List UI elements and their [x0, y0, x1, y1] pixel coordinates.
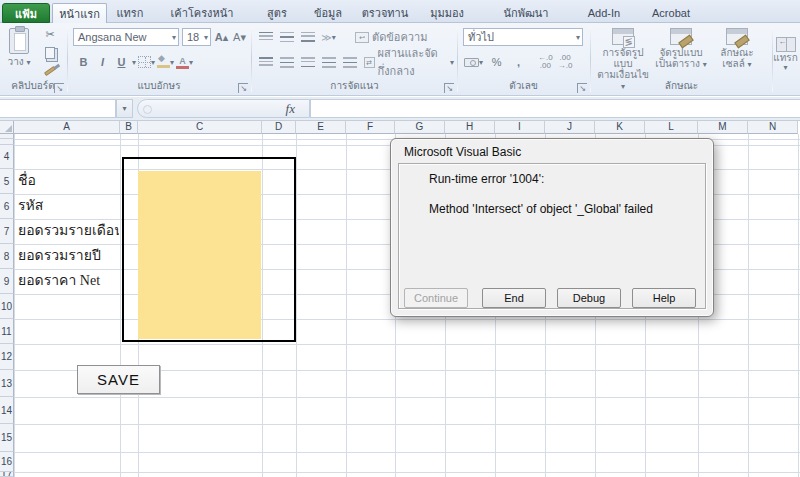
decrease-indent-button[interactable] [320, 54, 337, 71]
cell-A7[interactable]: ยอดรวมรายเดือน [14, 219, 119, 244]
merge-center-button[interactable]: ⇄ ผสานและจัดกึ่งกลาง▾ [364, 44, 454, 80]
tab-data[interactable]: ข้อมูล [303, 3, 353, 23]
row-header-7[interactable]: 7 [0, 219, 14, 244]
select-all-corner[interactable] [0, 121, 14, 134]
cell-A8[interactable]: ยอดรวมรายปี [14, 244, 119, 269]
tab-home[interactable]: หน้าแรก [52, 3, 107, 23]
underline-dropdown-icon[interactable]: ▾ [132, 58, 136, 67]
tab-developer[interactable]: นักพัฒนา [481, 3, 571, 23]
ribbon-tab-bar: แฟ้ม หน้าแรก แทรก เค้าโครงหน้ากระดาษ สูต… [0, 0, 800, 23]
cell-A5[interactable]: ชื่อ [14, 169, 119, 194]
row-header-16[interactable]: 16 [0, 452, 14, 472]
ribbon-group-font: Angsana New▾ 18▾ A▴ A▾ B I U ▾ ▾ ▾ A▾ แบ… [68, 23, 250, 95]
italic-button[interactable]: I [94, 54, 111, 71]
row-header-15[interactable]: 15 [0, 424, 14, 452]
row-header-6[interactable]: 6 [0, 194, 14, 219]
name-box-dropdown-icon[interactable]: ▾ [116, 99, 133, 118]
accounting-format-button[interactable]: ▾ [464, 54, 483, 71]
row-header-11[interactable]: 11 [0, 319, 14, 344]
tab-file[interactable]: แฟ้ม [2, 3, 50, 23]
number-dialog-launcher-icon[interactable]: ↘ [577, 83, 587, 93]
font-size-combo[interactable]: 18▾ [182, 28, 211, 46]
row-header-14[interactable]: 14 [0, 397, 14, 424]
column-header-B[interactable]: B [120, 121, 138, 134]
increase-decimal-button[interactable]: ←.0.00 [538, 54, 553, 70]
increase-indent-button[interactable] [341, 54, 358, 71]
format-painter-icon [44, 65, 56, 75]
grid-vline [346, 134, 347, 477]
row-header-10[interactable]: 10 [0, 294, 14, 319]
format-as-table-button[interactable]: จัดรูปแบบเป็นตาราง ▾ [652, 25, 710, 70]
insert-function-button[interactable]: fx [286, 101, 295, 117]
row-header-13[interactable]: 13 [0, 370, 14, 397]
column-header-J[interactable]: J [545, 121, 595, 134]
percent-style-button[interactable]: % [488, 54, 505, 71]
save-button[interactable]: SAVE [77, 365, 160, 394]
grid-hline [14, 472, 800, 473]
column-header-L[interactable]: L [645, 121, 698, 134]
shrink-font-button[interactable]: A▾ [232, 29, 247, 46]
cell-A9[interactable]: ยอดราคา Net [14, 269, 119, 294]
bold-button[interactable]: B [75, 54, 92, 71]
column-header-I[interactable]: I [495, 121, 545, 134]
fill-color-button[interactable]: ▾ [157, 54, 174, 71]
copy-button[interactable] [38, 44, 62, 61]
column-header-D[interactable]: D [262, 121, 296, 134]
format-painter-button[interactable] [38, 62, 62, 79]
tab-page-layout[interactable]: เค้าโครงหน้ากระดาษ [153, 3, 251, 23]
align-top-button[interactable] [257, 29, 274, 46]
alignment-dialog-launcher-icon[interactable]: ↘ [444, 83, 454, 93]
formula-input[interactable] [310, 99, 800, 118]
column-header-G[interactable]: G [395, 121, 445, 134]
align-center-button[interactable] [278, 54, 295, 71]
tab-insert[interactable]: แทรก [107, 3, 153, 23]
align-middle-button[interactable] [278, 29, 295, 46]
cell-A6[interactable]: รหัส [14, 194, 119, 219]
column-header-M[interactable]: M [698, 121, 748, 134]
column-header-H[interactable]: H [445, 121, 495, 134]
align-bottom-button[interactable] [299, 29, 316, 46]
row-header-17[interactable]: 17 [0, 472, 14, 477]
comma-style-button[interactable]: , [510, 54, 527, 71]
end-button[interactable]: End [482, 288, 546, 308]
tab-review[interactable]: ตรวจทาน [353, 3, 417, 23]
cell-styles-button[interactable]: ลักษณะเซลล์ ▾ [710, 25, 764, 70]
help-button[interactable]: Help [632, 288, 696, 308]
tab-acrobat[interactable]: Acrobat [637, 3, 705, 23]
orientation-button[interactable]: ≫▾ [320, 29, 337, 46]
insert-cells-button[interactable]: แทรก ▾ [773, 37, 798, 72]
column-header-K[interactable]: K [595, 121, 645, 134]
name-box[interactable] [0, 99, 116, 118]
number-format-combo[interactable]: ทั่วไป▾ [463, 28, 583, 46]
tab-formulas[interactable]: สูตร [251, 3, 303, 23]
clipboard-dialog-launcher-icon[interactable]: ↘ [54, 83, 64, 93]
row-header-9[interactable]: 9 [0, 269, 14, 294]
font-name-combo[interactable]: Angsana New▾ [73, 28, 179, 46]
align-left-button[interactable] [257, 54, 274, 71]
debug-button[interactable]: Debug [557, 288, 621, 308]
black-border-rectangle[interactable] [122, 157, 296, 342]
column-header-N[interactable]: N [748, 121, 798, 134]
row-header-4[interactable]: 4 [0, 145, 14, 169]
underline-button[interactable]: U [113, 54, 130, 71]
tab-addin[interactable]: Add-In [571, 3, 637, 23]
row-header-8[interactable]: 8 [0, 244, 14, 269]
grid-vline [296, 134, 297, 477]
excel-window: แฟ้ม หน้าแรก แทรก เค้าโครงหน้ากระดาษ สูต… [0, 0, 800, 477]
borders-button[interactable]: ▾ [138, 54, 155, 71]
align-right-button[interactable] [299, 54, 316, 71]
column-header-C[interactable]: C [138, 121, 262, 134]
column-header-A[interactable]: A [14, 121, 120, 134]
row-header-12[interactable]: 12 [0, 344, 14, 370]
cut-button[interactable]: ✂ [38, 26, 62, 43]
column-header-F[interactable]: F [346, 121, 395, 134]
font-color-button[interactable]: A▾ [176, 54, 193, 71]
font-dialog-launcher-icon[interactable]: ↘ [238, 83, 248, 93]
grow-font-button[interactable]: A▴ [214, 29, 229, 46]
tab-view[interactable]: มุมมอง [417, 3, 477, 23]
copy-icon [45, 47, 55, 59]
dialog-error-message: Method 'Intersect' of object '_Global' f… [429, 202, 653, 216]
column-header-E[interactable]: E [296, 121, 346, 134]
row-header-5[interactable]: 5 [0, 169, 14, 194]
decrease-decimal-button[interactable]: .00→.0 [558, 54, 573, 70]
